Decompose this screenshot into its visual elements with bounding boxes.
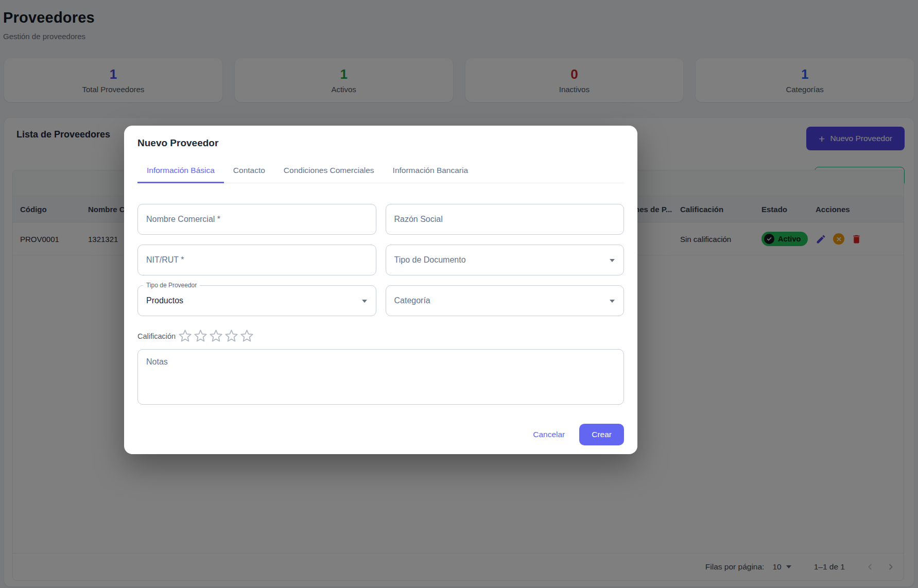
tab-informacion-basica[interactable]: Información Básica xyxy=(137,166,224,183)
notas-textarea[interactable] xyxy=(137,349,624,405)
caret-down-icon xyxy=(610,259,615,262)
create-button[interactable]: Crear xyxy=(579,424,624,445)
tab-informacion-bancaria[interactable]: Información Bancaria xyxy=(384,166,477,183)
nit-rut-input[interactable] xyxy=(137,245,376,275)
tab-contacto[interactable]: Contacto xyxy=(224,166,274,183)
categoria-placeholder: Categoría xyxy=(394,296,430,305)
tipo-documento-placeholder: Tipo de Documento xyxy=(394,255,466,265)
tab-condiciones-comerciales[interactable]: Condiciones Comerciales xyxy=(274,166,384,183)
star-outline-icon[interactable] xyxy=(209,329,223,343)
star-outline-icon[interactable] xyxy=(178,329,192,343)
star-outline-icon[interactable] xyxy=(240,329,254,343)
tipo-proveedor-value: Productos xyxy=(146,296,183,305)
rating-stars[interactable] xyxy=(178,329,254,343)
caret-down-icon xyxy=(610,300,615,303)
razon-social-input[interactable] xyxy=(386,204,625,235)
star-outline-icon[interactable] xyxy=(224,329,238,343)
tipo-proveedor-label: Tipo de Proveedor xyxy=(143,282,200,289)
nombre-comercial-input[interactable] xyxy=(137,204,376,235)
basic-info-form: Tipo de Documento Tipo de Proveedor Prod… xyxy=(137,204,624,316)
modal-title: Nuevo Proveedor xyxy=(137,137,624,149)
tipo-documento-select[interactable]: Tipo de Documento xyxy=(386,245,625,275)
modal-tabs: Información Básica Contacto Condiciones … xyxy=(137,166,624,183)
star-outline-icon[interactable] xyxy=(194,329,207,343)
rating-label: Calificación xyxy=(137,332,176,340)
cancel-button[interactable]: Cancelar xyxy=(525,425,573,444)
categoria-select[interactable]: Categoría xyxy=(386,285,625,316)
rating-row: Calificación xyxy=(137,329,624,343)
caret-down-icon xyxy=(362,300,367,303)
modal-actions: Cancelar Crear xyxy=(137,424,624,445)
new-provider-modal: Nuevo Proveedor Información Básica Conta… xyxy=(124,126,637,454)
tipo-proveedor-select[interactable]: Tipo de Proveedor Productos xyxy=(137,285,376,316)
